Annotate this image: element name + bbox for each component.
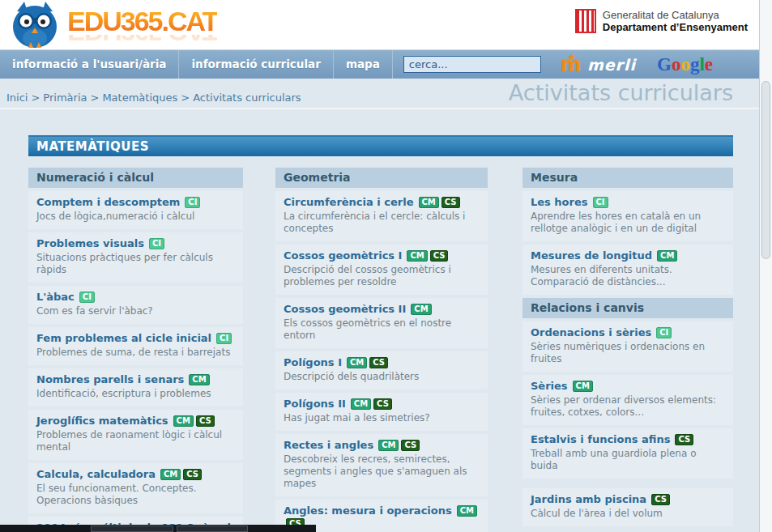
activity-link[interactable]: Mesures de longitud — [531, 249, 652, 262]
section-header: Geometria — [275, 168, 488, 188]
activity-desc: Problemes de raonament lògic i càlcul me… — [36, 429, 235, 453]
activity-title-row: Jardins amb piscinaCS — [531, 493, 725, 506]
merli-star-icon: ★ — [568, 49, 576, 66]
activity-card: Rectes i anglesCMCSDescobreix les recres… — [275, 434, 488, 496]
breadcrumb-item[interactable]: Primària — [43, 92, 87, 104]
gencat-line2: Departament d’Ensenyament — [603, 21, 748, 34]
activity-desc: Problemes de suma, de resta i barrejats — [36, 347, 235, 359]
section-header: Mesura — [522, 168, 733, 188]
activity-link[interactable]: Cossos geomètrics II — [284, 303, 406, 315]
level-badge-cm: CM — [457, 505, 477, 517]
activity-link[interactable]: Calcula, calculadora — [36, 468, 156, 480]
google-letter: o — [680, 54, 690, 74]
activity-card: Fem problemes al cicle inicialCIProbleme… — [28, 327, 243, 365]
activity-link[interactable]: Fem problemes al cicle inicial — [36, 332, 211, 344]
merli-icon: m ★ — [561, 56, 582, 74]
level-badge-cm: CM — [573, 381, 593, 392]
activity-card: Nombres parells i senarsCMIdentificació,… — [28, 368, 243, 406]
activity-link[interactable]: Rectes i angles — [284, 439, 373, 451]
scrollbar-thumb[interactable] — [761, 81, 770, 259]
activity-card: Ordenacions i sèriesCISèries numèriques … — [522, 321, 733, 372]
level-badge-cs: CS — [430, 250, 449, 262]
activity-card: Cossos geomètrics IICMEls cossos geomètr… — [275, 298, 488, 348]
activity-link[interactable]: Circumferència i cerle — [284, 196, 414, 208]
activity-title-row: Fem problemes al cicle inicialCI — [36, 332, 235, 345]
site-header: EDU365.CAT EDU365.CAT Generalitat de Cat… — [0, 0, 759, 50]
activity-link[interactable]: Angles: mesura i operacions — [284, 504, 452, 517]
level-badge-cm: CM — [411, 304, 431, 315]
activity-link[interactable]: Les hores — [531, 196, 588, 208]
activity-desc: Sèries per ordenar diversos elements: fr… — [531, 394, 725, 419]
taskbar-button[interactable] — [91, 526, 173, 532]
merli-link[interactable]: m ★ merli — [561, 56, 636, 74]
activity-link[interactable]: Sèries — [531, 380, 568, 392]
level-badge-cs: CS — [675, 434, 693, 445]
activity-card: Polígons IICMCSHas jugat mai a les simet… — [275, 393, 488, 431]
level-badge-cm: CM — [173, 415, 194, 427]
activity-link[interactable]: Estalvis i funcions afins — [531, 433, 670, 445]
activity-link[interactable]: Cossos geomètrics I — [284, 249, 402, 262]
level-badge-ci: CI — [185, 197, 200, 208]
google-letter: e — [705, 54, 713, 74]
level-badge-cs: CS — [441, 197, 460, 208]
vertical-scrollbar[interactable] — [759, 0, 772, 532]
breadcrumb-item[interactable]: Inici — [6, 92, 28, 104]
page-title: Activitats curriculars — [509, 82, 733, 104]
level-badge-ci: CI — [79, 292, 95, 303]
search-box — [403, 56, 541, 73]
level-badge-cs: CS — [369, 357, 388, 368]
level-badge-ci: CI — [149, 238, 164, 249]
activity-link[interactable]: Jardins amb piscina — [531, 493, 646, 505]
activity-link[interactable]: Polígons II — [284, 398, 346, 410]
activity-card: Polígons ICMCSDescripció dels quadrilàte… — [275, 351, 488, 389]
google-letter: o — [672, 54, 681, 74]
activity-link[interactable]: Polígons I — [284, 356, 342, 368]
google-logo[interactable]: Google — [657, 54, 713, 75]
activity-title-row: Problemes visualsCI — [36, 237, 235, 250]
taskbar-fragment[interactable] — [0, 525, 316, 532]
activity-title-row: Cossos geomètrics ICMCS — [284, 249, 480, 262]
activity-title-row: Calcula, calculadoraCMCS — [36, 468, 235, 481]
google-letter: g — [690, 54, 700, 74]
activity-card: Calcula, calculadoraCMCSEl seu funcionam… — [28, 463, 243, 513]
breadcrumb: Inici>Primària>Matemàtiques>Activitats c… — [6, 92, 301, 104]
nav-item-1[interactable]: informació curricular — [179, 50, 333, 79]
nav-item-2[interactable]: mapa — [334, 50, 393, 79]
activity-desc: Els cossos geomètrics en el nostre entor… — [284, 317, 480, 342]
level-badge-cs: CS — [651, 494, 670, 505]
activity-card: Cossos geomètrics ICMCSDescripció del co… — [275, 245, 488, 295]
activity-link[interactable]: Ordenacions i sèries — [531, 326, 651, 338]
logo-wordmark: EDU365.CAT — [67, 8, 217, 35]
activity-card: Estalvis i funcions afinsCSTreball amb u… — [522, 428, 733, 479]
taskbar-button[interactable] — [177, 526, 248, 532]
section-header: Numeració i càlcul — [28, 168, 243, 188]
activity-title-row: Estalvis i funcions afinsCS — [531, 433, 725, 446]
activity-title-row: Ordenacions i sèriesCI — [531, 326, 725, 339]
activity-card: SèriesCMSèries per ordenar diversos elem… — [522, 375, 733, 425]
activity-card: Les horesCIAprendre les hores en català … — [522, 191, 733, 241]
activity-desc: Descripció dels quadrilàters — [284, 371, 480, 383]
breadcrumb-separator: > — [31, 92, 40, 104]
nav-item-0[interactable]: informació a l'usuari/ària — [0, 50, 179, 79]
edu365-logo[interactable]: EDU365.CAT EDU365.CAT — [5, 1, 217, 53]
level-badge-cs: CS — [183, 469, 202, 480]
activity-link[interactable]: L'àbac — [36, 291, 75, 303]
activity-desc: Identificació, escriptura i problemes — [36, 388, 235, 400]
activity-desc: Descobreix les recres, semirectes, segme… — [284, 453, 480, 490]
breadcrumb-item[interactable]: Matemàtiques — [102, 92, 177, 104]
activity-title-row: Mesures de longitudCM — [531, 249, 725, 262]
activity-card: Comptem i descomptemCIJocs de lògica,num… — [28, 191, 243, 229]
level-badge-cs: CS — [196, 415, 215, 427]
column-2: GeometriaCircumferència i cerleCMCSLa ci… — [275, 168, 488, 532]
activity-link[interactable]: Comptem i descomptem — [36, 196, 180, 208]
activity-title-row: Circumferència i cerleCMCS — [284, 196, 480, 209]
search-input[interactable] — [403, 56, 541, 73]
level-badge-cm: CM — [160, 469, 181, 480]
activity-link[interactable]: Nombres parells i senars — [36, 373, 184, 385]
activity-link[interactable]: Jeroglífics matemàtics — [36, 415, 168, 427]
page: EDU365.CAT EDU365.CAT Generalitat de Cat… — [0, 0, 759, 532]
activity-link[interactable]: Problemes visuals — [36, 237, 144, 249]
activity-desc: Com es fa servir l'àbac? — [36, 305, 235, 317]
columns: Numeració i càlculComptem i descomptemCI… — [28, 168, 733, 532]
gencat-line1: Generalitat de Catalunya — [603, 9, 748, 21]
